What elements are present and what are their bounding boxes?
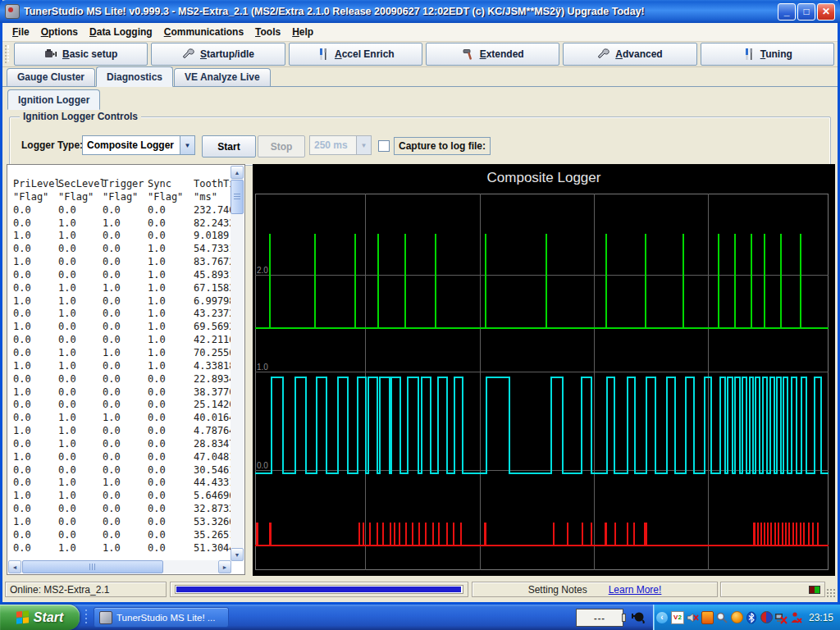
toolbar-button-startup-idle[interactable]: Startup/idle: [151, 43, 285, 66]
cell: 1.0: [58, 542, 76, 554]
cell: 51.30444: [194, 542, 231, 554]
toolbar-button-tuning[interactable]: Tuning: [701, 43, 834, 66]
cell: 1.0: [103, 347, 121, 358]
table-row: 1.00.00.01.083.7672: [7, 256, 231, 269]
tab-diagnostics[interactable]: Diagnostics: [96, 66, 173, 87]
menu-help[interactable]: Help: [286, 24, 319, 40]
chart-title: Composite Logger: [487, 170, 601, 185]
messenger-offline-icon[interactable]: [789, 611, 802, 624]
cell: 0.0: [58, 529, 76, 541]
online-status: Online: MS2-Extra_2.1: [5, 582, 167, 597]
vertical-scroll-thumb[interactable]: [231, 180, 244, 214]
cell: 5.64696: [194, 490, 231, 501]
menu-data-logging[interactable]: Data Logging: [84, 24, 158, 40]
cell: 70.25568: [194, 347, 231, 358]
toolbar-button-advanced[interactable]: Advanced: [563, 43, 696, 66]
cell: 0.0: [148, 217, 166, 229]
toolbar-button-label: Advanced: [615, 48, 662, 60]
cell: 44.43318: [194, 477, 231, 488]
cell: 0.0: [148, 503, 166, 514]
bluetooth-icon[interactable]: [745, 611, 758, 624]
cell: Trigger: [103, 178, 144, 189]
cell: 47.0481: [194, 451, 231, 463]
wrench-icon: [182, 48, 195, 61]
cell: 4.33818: [194, 360, 231, 372]
learn-more-link[interactable]: Learn More!: [609, 584, 662, 596]
menu-communications[interactable]: Communications: [158, 24, 249, 40]
cell: 0.0: [58, 386, 76, 398]
start-button[interactable]: Start: [202, 135, 256, 158]
menu-file[interactable]: File: [7, 24, 35, 40]
toolbar-grip[interactable]: [5, 45, 10, 63]
title-bar: TunerStudio MS Lite! v0.999.3 - MS2-Extr…: [0, 0, 840, 23]
java-icon[interactable]: [701, 611, 714, 624]
interval-combobox[interactable]: 250 ms ▼: [309, 135, 372, 155]
maximize-button[interactable]: □: [797, 3, 815, 21]
close-button[interactable]: ✕: [817, 3, 835, 21]
cell: 28.83474: [194, 438, 231, 450]
cell: 0.0: [103, 373, 121, 385]
main-tab-strip: Gauge ClusterDiagnosticsVE Analyze Live: [2, 67, 838, 87]
minimize-button[interactable]: _: [778, 3, 796, 21]
cell: 35.26512: [194, 529, 231, 541]
cell: "Flag": [13, 191, 48, 203]
cell: 0.0: [103, 516, 121, 527]
cell: 1.0: [13, 295, 31, 307]
tab-gauge-cluster[interactable]: Gauge Cluster: [7, 68, 95, 86]
scroll-down-button[interactable]: ▼: [231, 548, 244, 561]
update-ball-icon[interactable]: [730, 611, 743, 624]
network-error-icon[interactable]: [774, 611, 788, 624]
search-icon[interactable]: [715, 611, 728, 624]
table-row: 1.00.00.01.069.56928: [7, 321, 231, 334]
engine-icon: [44, 48, 57, 61]
horizontal-scrollbar[interactable]: ◄ ►: [8, 560, 231, 573]
horizontal-scroll-thumb[interactable]: [22, 560, 163, 573]
cell: 0.0: [148, 464, 166, 476]
start-menu-button[interactable]: Start: [0, 605, 80, 630]
scroll-right-button[interactable]: ►: [218, 560, 231, 573]
cell: 32.87328: [194, 503, 231, 514]
cell: 0.0: [103, 295, 121, 307]
hidden-icons-chevron[interactable]: ‹: [656, 612, 668, 623]
tab-ignition-logger[interactable]: Ignition Logger: [7, 89, 100, 110]
cell: 9.0189: [194, 230, 229, 241]
tab-ve-analyze-live[interactable]: VE Analyze Live: [174, 68, 271, 86]
stop-button[interactable]: Stop: [258, 135, 305, 158]
resize-grip[interactable]: [826, 588, 836, 598]
vertical-scrollbar[interactable]: ▲ ▼: [231, 166, 244, 561]
scroll-up-button[interactable]: ▲: [231, 166, 244, 179]
cell: 0.0: [13, 269, 31, 281]
table-row: 0.00.00.01.045.8931: [7, 269, 231, 282]
cell: 0.0: [148, 373, 166, 385]
toolbar-button-label: Basic setup: [62, 48, 117, 60]
scroll-left-button[interactable]: ◄: [8, 560, 21, 573]
menu-options[interactable]: Options: [35, 24, 84, 40]
chevron-down-icon[interactable]: ▼: [180, 136, 194, 154]
cell: 0.0: [103, 321, 121, 332]
capture-checkbox[interactable]: [378, 140, 390, 152]
taskbar-task-button[interactable]: TunerStudio MS Lite! ...: [94, 607, 229, 628]
cell: 1.0: [58, 308, 76, 319]
cell: 1.0: [58, 282, 76, 294]
toolbar-button-basic-setup[interactable]: Basic setup: [14, 43, 148, 66]
cell: 1.0: [103, 477, 121, 488]
toolbar-button-extended[interactable]: Extended: [426, 43, 559, 66]
menu-tools[interactable]: Tools: [249, 24, 286, 40]
toolbar-button-accel-enrich[interactable]: Accel Enrich: [289, 43, 422, 66]
cell: 1.0: [13, 256, 31, 267]
logger-type-combobox[interactable]: Composite Logger ▼: [82, 135, 195, 155]
roundel-icon[interactable]: [760, 611, 773, 624]
cell: 0.0: [13, 503, 31, 514]
cell: 1.0: [148, 347, 166, 358]
cell: 0.0: [13, 477, 31, 488]
cell: 38.37702: [194, 386, 231, 398]
cell: 0.0: [58, 399, 76, 410]
cell: 0.0: [148, 542, 166, 554]
cell: 0.0: [13, 412, 31, 423]
volume-muted-icon[interactable]: [686, 611, 699, 624]
status-bar: Online: MS2-Extra_2.1 Setting Notes Lear…: [2, 580, 838, 600]
v2-icon[interactable]: V2: [671, 611, 684, 624]
chevron-down-icon[interactable]: ▼: [356, 136, 371, 154]
log-list-panel: PriLevelSecLevelTriggerSyncToothTim"Flag…: [7, 164, 245, 575]
cell: 1.0: [13, 360, 31, 372]
